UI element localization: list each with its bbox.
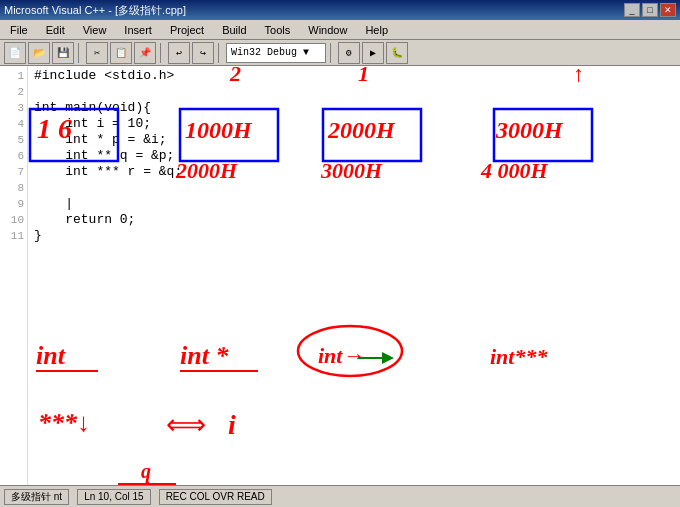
menu-build[interactable]: Build <box>216 22 252 38</box>
code-line-2 <box>34 84 674 100</box>
menu-window[interactable]: Window <box>302 22 353 38</box>
toolbar: 📄 📂 💾 ✂ 📋 📌 ↩ ↪ Win32 Debug ▼ ⚙ ▶ 🐛 <box>0 40 680 66</box>
toolbar-copy[interactable]: 📋 <box>110 42 132 64</box>
line-num: 1 <box>0 68 24 84</box>
code-line-7: int *** r = &q; <box>34 164 674 180</box>
toolbar-open[interactable]: 📂 <box>28 42 50 64</box>
toolbar-save[interactable]: 💾 <box>52 42 74 64</box>
svg-text:q: q <box>141 460 151 483</box>
svg-text:int→: int→ <box>318 343 364 368</box>
line-gutter: 1 2 3 4 5 6 7 8 9 10 11 <box>0 66 28 485</box>
line-num: 7 <box>0 164 24 180</box>
toolbar-undo[interactable]: ↩ <box>168 42 190 64</box>
titlebar-controls[interactable]: _ □ ✕ <box>624 3 676 17</box>
svg-text:⟺: ⟺ <box>166 409 206 440</box>
toolbar-sep3 <box>218 43 222 63</box>
toolbar-sep2 <box>160 43 164 63</box>
line-num: 10 <box>0 212 24 228</box>
menu-file[interactable]: File <box>4 22 34 38</box>
line-num: 8 <box>0 180 24 196</box>
menu-view[interactable]: View <box>77 22 113 38</box>
editor-container: 1 2 3 4 5 6 7 8 9 10 11 #include <stdio.… <box>0 66 680 485</box>
toolbar-paste[interactable]: 📌 <box>134 42 156 64</box>
line-num: 9 <box>0 196 24 212</box>
code-line-8 <box>34 180 674 196</box>
titlebar-title: Microsoft Visual C++ - [多级指针.cpp] <box>4 3 186 18</box>
toolbar-cut[interactable]: ✂ <box>86 42 108 64</box>
status-mode: REC COL OVR READ <box>159 489 272 505</box>
svg-point-18 <box>298 326 402 376</box>
code-line-6: int ** q = &p; <box>34 148 674 164</box>
close-button[interactable]: ✕ <box>660 3 676 17</box>
svg-text:int***: int*** <box>490 344 548 369</box>
toolbar-run[interactable]: ▶ <box>362 42 384 64</box>
toolbar-redo[interactable]: ↪ <box>192 42 214 64</box>
minimize-button[interactable]: _ <box>624 3 640 17</box>
code-line-11: } <box>34 228 674 244</box>
menu-project[interactable]: Project <box>164 22 210 38</box>
menu-insert[interactable]: Insert <box>118 22 158 38</box>
status-position: Ln 10, Col 15 <box>77 489 151 505</box>
toolbar-config-dropdown[interactable]: Win32 Debug ▼ <box>226 43 326 63</box>
code-line-5: int * p = &i; <box>34 132 674 148</box>
toolbar-debug[interactable]: 🐛 <box>386 42 408 64</box>
toolbar-compile[interactable]: ⚙ <box>338 42 360 64</box>
menu-help[interactable]: Help <box>359 22 394 38</box>
line-num: 3 <box>0 100 24 116</box>
code-line-10: return 0; <box>34 212 674 228</box>
code-line-3: int main(void){ <box>34 100 674 116</box>
maximize-button[interactable]: □ <box>642 3 658 17</box>
line-num: 4 <box>0 116 24 132</box>
line-num: 5 <box>0 132 24 148</box>
code-line-1: #include <stdio.h> <box>34 68 674 84</box>
code-editor[interactable]: #include <stdio.h> int main(void){ int i… <box>28 66 680 485</box>
toolbar-new[interactable]: 📄 <box>4 42 26 64</box>
toolbar-sep1 <box>78 43 82 63</box>
menu-edit[interactable]: Edit <box>40 22 71 38</box>
line-num: 6 <box>0 148 24 164</box>
statusbar: 多级指针 nt Ln 10, Col 15 REC COL OVR READ <box>0 485 680 507</box>
toolbar-sep4 <box>330 43 334 63</box>
code-line-9: | <box>34 196 674 212</box>
line-num: 2 <box>0 84 24 100</box>
svg-text:***↓: ***↓ <box>38 408 90 437</box>
svg-text:int *: int * <box>180 341 229 370</box>
svg-text:i: i <box>228 409 236 440</box>
svg-text:int: int <box>36 341 66 370</box>
code-line-4: int i = 10; <box>34 116 674 132</box>
line-num: 11 <box>0 228 24 244</box>
titlebar: Microsoft Visual C++ - [多级指针.cpp] _ □ ✕ <box>0 0 680 20</box>
menu-tools[interactable]: Tools <box>259 22 297 38</box>
menubar: File Edit View Insert Project Build Tool… <box>0 20 680 40</box>
status-filename: 多级指针 nt <box>4 489 69 505</box>
